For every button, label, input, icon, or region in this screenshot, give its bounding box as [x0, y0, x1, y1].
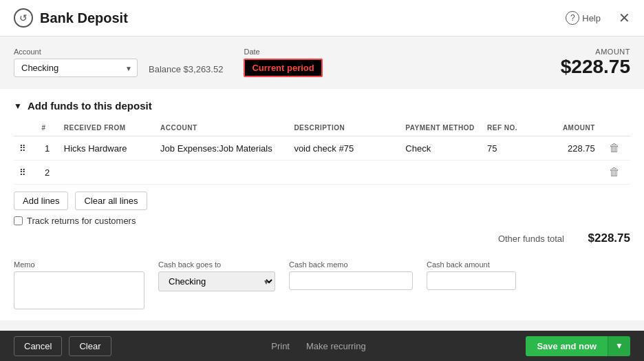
col-payment-method: PAYMENT METHOD [400, 120, 482, 136]
cash-back-memo-label: Cash back memo [289, 260, 413, 269]
bank-deposit-icon: ↺ [14, 8, 33, 28]
description-1[interactable]: void check #75 [288, 136, 400, 161]
cash-back-memo-input[interactable] [289, 271, 413, 290]
account-1[interactable]: Job Expenses:Job Materials [155, 136, 288, 161]
print-button[interactable]: Print [271, 341, 290, 351]
amount-1[interactable]: 228.75 [541, 136, 600, 161]
received-from-2[interactable] [58, 161, 155, 185]
account-2[interactable] [155, 161, 288, 185]
header: ↺ Bank Deposit ? Help ✕ [0, 0, 644, 37]
drag-handle-2[interactable]: ⠿ [14, 161, 36, 185]
col-amount: AMOUNT [541, 120, 600, 136]
other-funds-total-value: $228.75 [575, 231, 630, 245]
amount-group: AMOUNT $228.75 [561, 48, 630, 78]
account-field-group: Account Checking ▼ [14, 48, 138, 77]
ref-no-2[interactable] [482, 161, 541, 185]
main-content: ▼ Add funds to this deposit # RECEIVED F… [0, 89, 644, 320]
col-received-from: RECEIVED FROM [58, 120, 155, 136]
cash-back-select-wrapper: Checking ▼ [158, 271, 275, 291]
footer-center: Print Make recurring [118, 341, 519, 351]
col-account: ACCOUNT [155, 120, 288, 136]
received-from-1[interactable]: Hicks Hardware [58, 136, 155, 161]
help-icon: ? [566, 11, 579, 25]
track-returns-checkbox[interactable] [14, 216, 23, 225]
save-button-group: Save and now ▼ [526, 336, 630, 356]
cash-back-amount-label: Cash back amount [427, 260, 516, 269]
date-field-group: Date Current period [244, 48, 322, 77]
save-and-now-button[interactable]: Save and now [526, 336, 608, 356]
payment-method-2[interactable] [400, 161, 482, 185]
memo-group: Memo [14, 260, 144, 309]
make-recurring-button[interactable]: Make recurring [306, 341, 366, 351]
cash-back-goes-to-label: Cash back goes to [158, 260, 275, 269]
section-header: ▼ Add funds to this deposit [14, 100, 630, 112]
date-label: Date [244, 48, 322, 56]
page-title: Bank Deposit [40, 10, 559, 26]
payment-method-1[interactable]: Check [400, 136, 482, 161]
col-drag [14, 120, 36, 136]
table-row: ⠿ 2 🗑 [14, 161, 630, 185]
row-num-1: 1 [36, 136, 58, 161]
deposit-table: # RECEIVED FROM ACCOUNT DESCRIPTION PAYM… [14, 120, 630, 185]
date-input[interactable]: Current period [244, 59, 322, 77]
balance-text: Balance $3,263.52 [149, 64, 223, 74]
amount-label: AMOUNT [561, 48, 630, 56]
account-label: Account [14, 48, 138, 56]
col-hash: # [36, 120, 58, 136]
col-ref-no: REF NO. [482, 120, 541, 136]
bottom-fields: Memo Cash back goes to Checking ▼ Cash b… [14, 254, 630, 309]
col-description: DESCRIPTION [288, 120, 400, 136]
table-actions: Add lines Clear all lines [14, 192, 630, 210]
other-funds-total-label: Other funds total [498, 234, 564, 244]
delete-row-1-button[interactable]: 🗑 [606, 142, 623, 154]
form-area: Account Checking ▼ Balance $3,263.52 Dat… [0, 37, 644, 85]
cancel-button[interactable]: Cancel [14, 336, 62, 356]
section-title: Add funds to this deposit [28, 100, 152, 112]
amount-value: $228.75 [561, 56, 630, 78]
account-select[interactable]: Checking [14, 59, 138, 77]
clear-button[interactable]: Clear [69, 336, 111, 356]
col-delete [601, 120, 630, 136]
clear-all-lines-button[interactable]: Clear all lines [75, 192, 147, 210]
close-button[interactable]: ✕ [619, 11, 630, 25]
row-num-2: 2 [36, 161, 58, 185]
footer: Cancel Clear Print Make recurring Save a… [0, 331, 644, 361]
help-button[interactable]: ? Help [566, 11, 601, 25]
save-dropdown-button[interactable]: ▼ [608, 336, 630, 356]
cash-back-memo-group: Cash back memo [289, 260, 413, 290]
amount-2[interactable] [541, 161, 600, 185]
cash-back-amount-group: Cash back amount [427, 260, 516, 290]
delete-row-2-button[interactable]: 🗑 [606, 166, 623, 178]
drag-handle-1[interactable]: ⠿ [14, 136, 36, 161]
cash-back-amount-input[interactable] [427, 271, 516, 290]
account-select-wrapper: Checking ▼ [14, 59, 138, 77]
track-returns-label: Track returns for customers [27, 216, 136, 226]
table-row: ⠿ 1 Hicks Hardware Job Expenses:Job Mate… [14, 136, 630, 161]
add-lines-button[interactable]: Add lines [14, 192, 68, 210]
ref-no-1[interactable]: 75 [482, 136, 541, 161]
section-arrow-icon: ▼ [14, 101, 22, 111]
description-2[interactable] [288, 161, 400, 185]
track-returns-row: Track returns for customers [14, 216, 630, 226]
help-label: Help [582, 13, 601, 23]
memo-label: Memo [14, 260, 144, 269]
cash-back-goes-to-select[interactable]: Checking [158, 271, 275, 291]
memo-textarea[interactable] [14, 271, 144, 309]
cash-back-goes-to-group: Cash back goes to Checking ▼ [158, 260, 275, 291]
totals-row: Other funds total $228.75 [14, 229, 630, 254]
